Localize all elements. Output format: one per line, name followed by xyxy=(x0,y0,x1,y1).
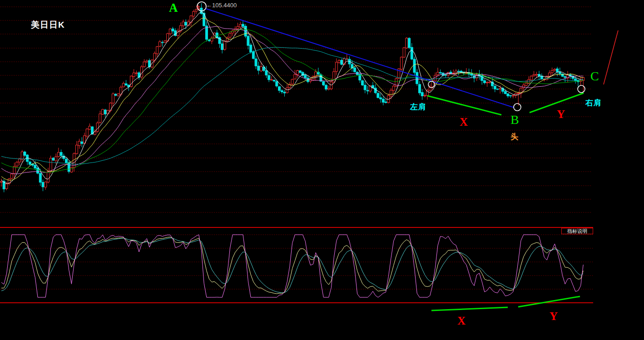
candlesticks xyxy=(0,3,585,192)
chart-title: 美日日K xyxy=(31,20,65,29)
ma-20-line xyxy=(1,26,583,174)
kdj-indicator xyxy=(1,235,583,297)
label-segment-y-indicator: Y xyxy=(550,310,558,322)
indicator-help-button[interactable]: 指标说明 xyxy=(561,228,593,234)
gridlines xyxy=(0,7,593,303)
kdj-j-line xyxy=(1,235,583,297)
segment-x-lower[interactable] xyxy=(431,307,508,310)
label-segment-y-main: Y xyxy=(557,108,565,120)
price-tag: ←105.4400 xyxy=(206,2,237,8)
chart-canvas[interactable] xyxy=(0,0,644,340)
segment-y-lower[interactable] xyxy=(518,296,580,307)
circle-b[interactable] xyxy=(514,103,521,111)
ma-30-line xyxy=(1,29,583,172)
label-point-a: A xyxy=(169,2,178,14)
kdj-k-line xyxy=(1,237,583,294)
label-segment-x-indicator: X xyxy=(457,315,466,326)
label-right-shoulder: 右肩 xyxy=(585,99,602,107)
label-head: 头 xyxy=(510,133,519,141)
segment-x-main[interactable] xyxy=(427,96,501,115)
price-tag-value: 105.4400 xyxy=(212,2,237,9)
label-point-b: B xyxy=(510,113,519,126)
label-point-c: C xyxy=(590,70,599,83)
ma-60-line xyxy=(1,47,583,164)
moving-averages xyxy=(1,12,583,183)
ma-10-line xyxy=(1,18,583,181)
kdj-d-line xyxy=(1,238,583,293)
label-left-shoulder: 左肩 xyxy=(410,103,426,111)
projection-line[interactable] xyxy=(604,30,618,84)
price-tag-arrow: ← xyxy=(206,2,212,9)
label-segment-x-main: X xyxy=(460,116,468,128)
chart-window: 美日日K A B C X Y 左肩 右肩 头 X Y ←105.4400 指标说… xyxy=(0,0,644,340)
